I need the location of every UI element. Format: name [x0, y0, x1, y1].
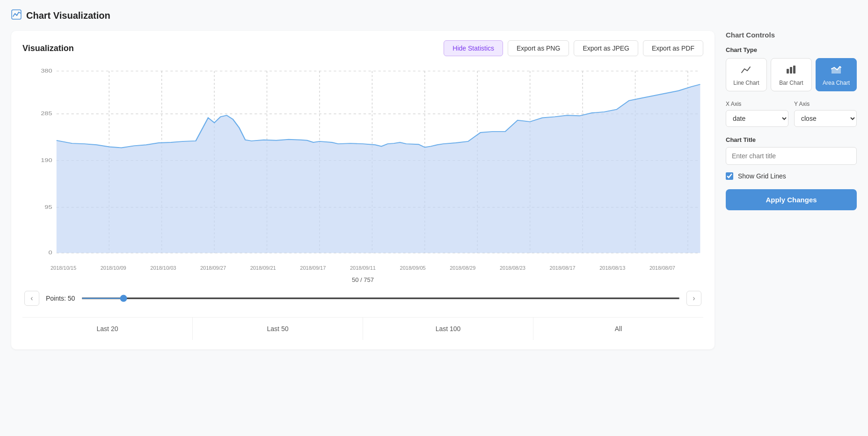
chart-icon [11, 9, 22, 22]
quick-select-row: Last 20 Last 50 Last 100 All [22, 317, 703, 340]
x-label-1: 2018/10/09 [101, 265, 126, 271]
controls-panel: Chart Controls Chart Type Line Chart [726, 31, 857, 349]
points-slider[interactable] [81, 297, 680, 299]
bar-chart-button[interactable]: Bar Chart [771, 58, 812, 91]
bar-chart-icon [786, 65, 797, 77]
x-label-2: 2018/10/03 [150, 265, 176, 271]
page-header: Chart Visualization [11, 9, 857, 22]
hide-statistics-button[interactable]: Hide Statistics [444, 40, 503, 56]
quick-last-50[interactable]: Last 50 [193, 318, 363, 340]
prev-button[interactable]: ‹ [24, 291, 39, 306]
export-pdf-button[interactable]: Export as PDF [643, 40, 703, 56]
line-chart-icon [741, 65, 752, 77]
next-button[interactable]: › [686, 291, 701, 306]
area-chart-label: Area Chart [823, 80, 850, 86]
page-title: Chart Visualization [26, 10, 110, 21]
chart-title-label: Chart Title [726, 136, 857, 143]
y-axis-select[interactable]: close open high low [794, 110, 857, 127]
grid-lines-label[interactable]: Show Grid Lines [738, 172, 786, 180]
x-label-5: 2018/09/17 [300, 265, 326, 271]
chart-section: Visualization Hide Statistics Export as … [11, 31, 715, 349]
chart-container: 380 285 190 95 0 [22, 64, 703, 260]
x-label-0: 2018/10/15 [51, 265, 76, 271]
x-label-4: 2018/09/21 [250, 265, 276, 271]
area-chart-svg: 380 285 190 95 0 [22, 64, 703, 260]
grid-lines-checkbox[interactable] [726, 172, 733, 180]
chart-title-input[interactable] [726, 147, 857, 165]
y-axis-group: Y Axis close open high low [794, 101, 857, 127]
points-label: Points: 50 [46, 295, 75, 302]
x-axis-label: X Axis [726, 101, 788, 107]
header-buttons: Hide Statistics Export as PNG Export as … [444, 40, 703, 56]
export-png-button[interactable]: Export as PNG [508, 40, 569, 56]
visualization-title: Visualization [22, 44, 74, 53]
y-axis-label: Y Axis [794, 101, 857, 107]
x-label-10: 2018/08/17 [550, 265, 576, 271]
grid-lines-row: Show Grid Lines [726, 172, 857, 180]
quick-last-100[interactable]: Last 100 [363, 318, 533, 340]
x-axis-group: X Axis date open close [726, 101, 788, 127]
axis-row: X Axis date open close Y Axis close open… [726, 101, 857, 127]
x-label-7: 2018/09/05 [400, 265, 426, 271]
svg-text:190: 190 [41, 157, 52, 163]
x-label-6: 2018/09/11 [350, 265, 376, 271]
x-label-9: 2018/08/23 [500, 265, 525, 271]
controls-title: Chart Controls [726, 31, 857, 39]
chart-section-header: Visualization Hide Statistics Export as … [22, 40, 703, 56]
svg-text:285: 285 [41, 111, 52, 117]
x-axis-labels: 2018/10/15 2018/10/09 2018/10/03 2018/09… [22, 265, 703, 271]
svg-text:0: 0 [48, 250, 52, 256]
x-axis-select[interactable]: date open close [726, 110, 788, 127]
quick-last-20[interactable]: Last 20 [22, 318, 193, 340]
svg-text:95: 95 [44, 204, 52, 210]
svg-rect-25 [793, 66, 795, 74]
chart-type-label: Chart Type [726, 46, 857, 53]
svg-rect-23 [787, 69, 789, 74]
x-label-12: 2018/08/07 [649, 265, 675, 271]
area-chart-icon [831, 65, 842, 77]
x-label-11: 2018/08/13 [599, 265, 625, 271]
chart-type-row: Line Chart Bar Chart [726, 58, 857, 91]
line-chart-label: Line Chart [733, 80, 759, 86]
x-label-3: 2018/09/27 [200, 265, 226, 271]
svg-rect-24 [790, 67, 792, 74]
x-label-8: 2018/08/29 [450, 265, 475, 271]
bar-chart-label: Bar Chart [779, 80, 803, 86]
slider-row: ‹ Points: 50 › [22, 287, 703, 310]
pagination-info: 50 / 757 [22, 276, 703, 283]
area-chart-button[interactable]: Area Chart [816, 58, 857, 91]
svg-text:380: 380 [41, 67, 52, 74]
quick-all[interactable]: All [533, 318, 703, 340]
apply-changes-button[interactable]: Apply Changes [726, 189, 857, 210]
export-jpeg-button[interactable]: Export as JPEG [574, 40, 638, 56]
line-chart-button[interactable]: Line Chart [726, 58, 767, 91]
